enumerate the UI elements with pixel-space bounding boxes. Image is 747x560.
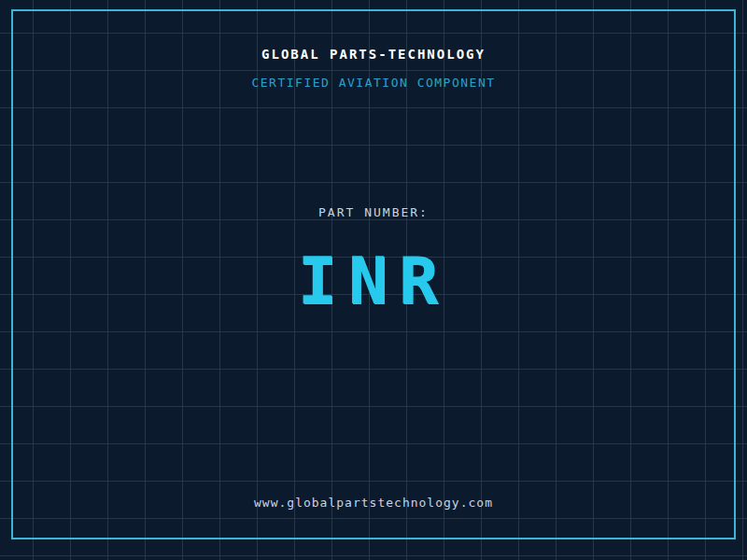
certification-subtitle: CERTIFIED AVIATION COMPONENT	[0, 76, 747, 90]
part-number-label: PART NUMBER:	[0, 205, 747, 219]
website-url: www.globalpartstechnology.com	[0, 496, 747, 510]
label-screen: GLOBAL PARTS-TECHNOLOGY CERTIFIED AVIATI…	[0, 0, 747, 560]
part-number-value: INR	[0, 243, 747, 319]
company-name: GLOBAL PARTS-TECHNOLOGY	[0, 47, 747, 62]
